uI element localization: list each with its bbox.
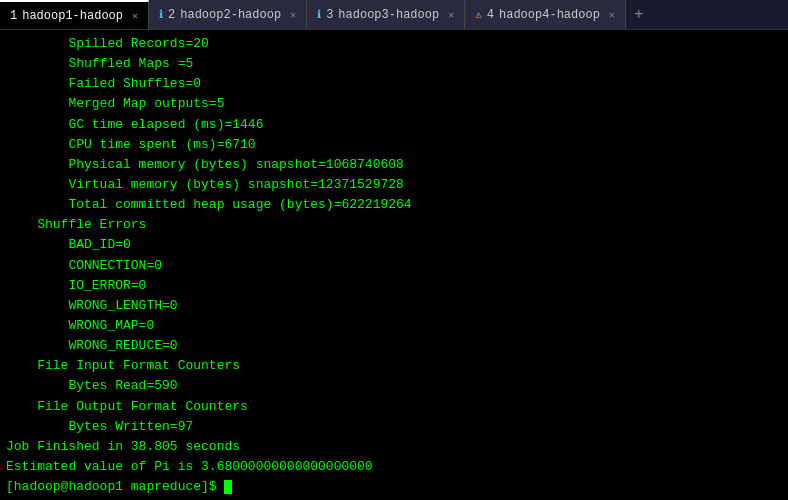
terminal-line: CONNECTION=0 [6, 256, 782, 276]
terminal-line: Job Finished in 38.805 seconds [6, 437, 782, 457]
tab-tab2[interactable]: ℹ2 hadoop2-hadoop✕ [149, 0, 307, 29]
terminal-line: Bytes Read=590 [6, 376, 782, 396]
tab-label-tab3: hadoop3-hadoop [338, 8, 439, 22]
terminal-line: Shuffled Maps =5 [6, 54, 782, 74]
terminal-line: Total committed heap usage (bytes)=62221… [6, 195, 782, 215]
terminal-line: CPU time spent (ms)=6710 [6, 135, 782, 155]
terminal-line: Spilled Records=20 [6, 34, 782, 54]
tab-tab4[interactable]: ⚠4 hadoop4-hadoop✕ [465, 0, 626, 29]
terminal-line: GC time elapsed (ms)=1446 [6, 115, 782, 135]
tab-icon-tab2: ℹ [159, 8, 163, 21]
tab-number-tab1: 1 [10, 9, 17, 23]
terminal-line: WRONG_LENGTH=0 [6, 296, 782, 316]
terminal-line: Virtual memory (bytes) snapshot=12371529… [6, 175, 782, 195]
tab-number-tab2: 2 [168, 8, 175, 22]
terminal-cursor [224, 480, 232, 494]
terminal-line: Failed Shuffles=0 [6, 74, 782, 94]
tab-close-tab2[interactable]: ✕ [290, 9, 296, 21]
tab-icon-tab3: ℹ [317, 8, 321, 21]
tab-label-tab2: hadoop2-hadoop [180, 8, 281, 22]
tab-tab1[interactable]: 1 hadoop1-hadoop✕ [0, 0, 149, 29]
tab-tab3[interactable]: ℹ3 hadoop3-hadoop✕ [307, 0, 465, 29]
tab-number-tab3: 3 [326, 8, 333, 22]
terminal-line: WRONG_REDUCE=0 [6, 336, 782, 356]
tab-label-tab1: hadoop1-hadoop [22, 9, 123, 23]
terminal-line: Physical memory (bytes) snapshot=1068740… [6, 155, 782, 175]
terminal-line: Estimated value of Pi is 3.6800000000000… [6, 457, 782, 477]
tab-number-tab4: 4 [487, 8, 494, 22]
tab-bar: 1 hadoop1-hadoop✕ℹ2 hadoop2-hadoop✕ℹ3 ha… [0, 0, 788, 30]
tab-add-button[interactable]: + [626, 0, 652, 29]
terminal-line: [hadoop@hadoop1 mapreduce]$ [6, 477, 782, 497]
terminal-line: IO_ERROR=0 [6, 276, 782, 296]
terminal-line: File Input Format Counters [6, 356, 782, 376]
tab-icon-tab4: ⚠ [475, 8, 482, 21]
terminal-line: Merged Map outputs=5 [6, 94, 782, 114]
terminal-line: Bytes Written=97 [6, 417, 782, 437]
tab-label-tab4: hadoop4-hadoop [499, 8, 600, 22]
tab-close-tab4[interactable]: ✕ [609, 9, 615, 21]
terminal-line: File Output Format Counters [6, 397, 782, 417]
tab-close-tab3[interactable]: ✕ [448, 9, 454, 21]
tab-close-tab1[interactable]: ✕ [132, 10, 138, 22]
terminal-line: WRONG_MAP=0 [6, 316, 782, 336]
terminal: Spilled Records=20 Shuffled Maps =5 Fail… [0, 30, 788, 500]
terminal-line: BAD_ID=0 [6, 235, 782, 255]
terminal-line: Shuffle Errors [6, 215, 782, 235]
